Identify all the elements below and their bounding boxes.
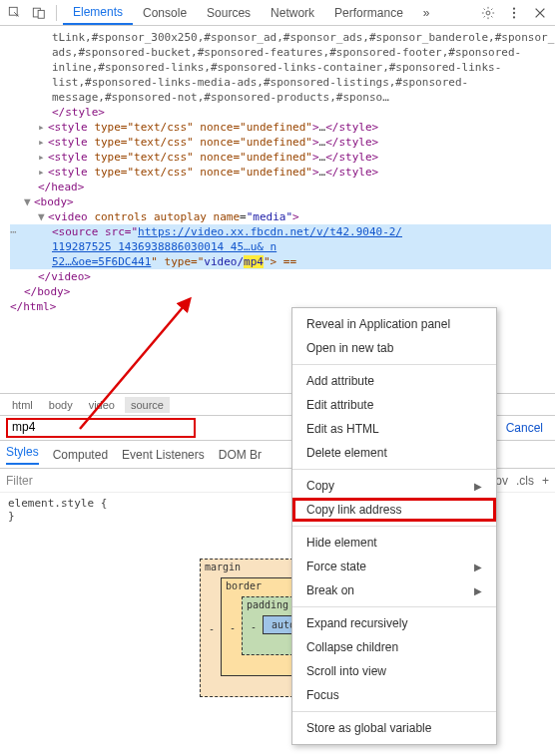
crumb-html[interactable]: html <box>6 397 39 413</box>
source-node-line3[interactable]: 52…&oe=5F6DC441" type="video/mp4"> == <box>10 254 551 269</box>
tab-console[interactable]: Console <box>133 2 197 24</box>
search-input[interactable] <box>6 418 196 438</box>
ctx-sep <box>292 469 496 470</box>
device-toggle-icon[interactable] <box>28 2 50 24</box>
tab-network[interactable]: Network <box>261 2 324 24</box>
crumb-body[interactable]: body <box>43 397 79 413</box>
ctx-add-attr[interactable]: Add attribute <box>292 369 496 393</box>
svg-point-3 <box>486 11 490 15</box>
style-node[interactable]: ▸<style type="text/css" nonce="undefined… <box>10 165 551 180</box>
cls-toggle[interactable]: .cls <box>516 474 534 488</box>
style-close-tag: </style> <box>10 105 551 120</box>
crumb-video[interactable]: video <box>83 397 121 413</box>
ctx-sep <box>292 711 496 712</box>
style-node[interactable]: ▸<style type="text/css" nonce="undefined… <box>10 150 551 165</box>
style-node[interactable]: ▸<style type="text/css" nonce="undefined… <box>10 120 551 135</box>
ctx-sep <box>292 364 496 365</box>
cancel-button[interactable]: Cancel <box>500 421 549 435</box>
tab-dom-breakpoints[interactable]: DOM Br <box>219 448 262 462</box>
bm-margin-label: margin <box>205 562 241 572</box>
crumb-source[interactable]: source <box>125 397 170 413</box>
ctx-focus[interactable]: Focus <box>292 683 496 707</box>
bm-padding-label: padding <box>247 599 288 610</box>
ctx-edit-attr[interactable]: Edit attribute <box>292 393 496 417</box>
body-open[interactable]: ▼<body> <box>10 194 551 209</box>
new-rule-button[interactable]: + <box>542 474 549 488</box>
tab-styles[interactable]: Styles <box>6 445 39 465</box>
svg-point-4 <box>513 7 515 9</box>
source-url[interactable]: https://video.xx.fbcdn.net/v/t42.9040-2/ <box>138 225 402 238</box>
ctx-force-state[interactable]: Force state▶ <box>292 555 496 578</box>
tab-sources[interactable]: Sources <box>197 2 261 24</box>
svg-rect-2 <box>38 10 44 18</box>
source-node[interactable]: <source src="https://video.xx.fbcdn.net/… <box>10 224 551 239</box>
ctx-break-on[interactable]: Break on▶ <box>292 578 496 602</box>
devtools-toolbar: Elements Console Sources Network Perform… <box>0 0 555 26</box>
tab-performance[interactable]: Performance <box>324 2 413 24</box>
tab-event-listeners[interactable]: Event Listeners <box>122 448 205 462</box>
ctx-scroll[interactable]: Scroll into view <box>292 659 496 683</box>
ctx-collapse[interactable]: Collapse children <box>292 635 496 659</box>
tab-computed[interactable]: Computed <box>53 448 108 462</box>
toolbar-divider <box>56 5 57 21</box>
source-node-line2[interactable]: 119287525 1436938886030014 45…u& n <box>10 239 551 254</box>
ctx-sep <box>292 606 496 607</box>
ctx-copy-link-address[interactable]: Copy link address <box>292 498 496 522</box>
selected-node-dots: ⋯ <box>10 224 17 239</box>
search-field[interactable] <box>12 420 190 434</box>
chevron-right-icon: ▶ <box>474 481 482 492</box>
video-close: </video> <box>10 269 551 284</box>
ctx-copy[interactable]: Copy▶ <box>292 474 496 498</box>
svg-point-6 <box>513 16 515 18</box>
video-open[interactable]: ▼<video controls autoplay name="media"> <box>10 209 551 224</box>
ctx-delete[interactable]: Delete element <box>292 441 496 465</box>
inspect-icon[interactable] <box>4 2 26 24</box>
kebab-icon[interactable] <box>503 2 525 24</box>
svg-point-5 <box>513 11 515 13</box>
chevron-right-icon: ▶ <box>474 562 482 572</box>
ctx-edit-html[interactable]: Edit as HTML <box>292 417 496 441</box>
close-icon[interactable] <box>529 2 551 24</box>
tab-elements[interactable]: Elements <box>63 1 133 25</box>
head-close: </head> <box>10 180 551 194</box>
body-close: </body> <box>10 284 551 299</box>
style-node[interactable]: ▸<style type="text/css" nonce="undefined… <box>10 135 551 150</box>
bm-border-label: border <box>226 580 262 591</box>
context-menu: Reveal in Application panel Open in new … <box>291 307 497 745</box>
ctx-expand[interactable]: Expand recursively <box>292 611 496 635</box>
ctx-reveal[interactable]: Reveal in Application panel <box>292 312 496 336</box>
chevron-right-icon: ▶ <box>474 585 482 596</box>
gear-icon[interactable] <box>477 2 499 24</box>
ctx-store-global[interactable]: Store as global variable <box>292 716 496 740</box>
ctx-hide[interactable]: Hide element <box>292 531 496 555</box>
panel-tabs: Elements Console Sources Network Perform… <box>63 1 475 25</box>
tab-more[interactable]: » <box>413 2 440 24</box>
ctx-open-tab[interactable]: Open in new tab <box>292 336 496 360</box>
css-selector-text: tLink,#sponsor_300x250,#sponsor_ad,#spon… <box>10 30 551 105</box>
ctx-sep <box>292 526 496 527</box>
